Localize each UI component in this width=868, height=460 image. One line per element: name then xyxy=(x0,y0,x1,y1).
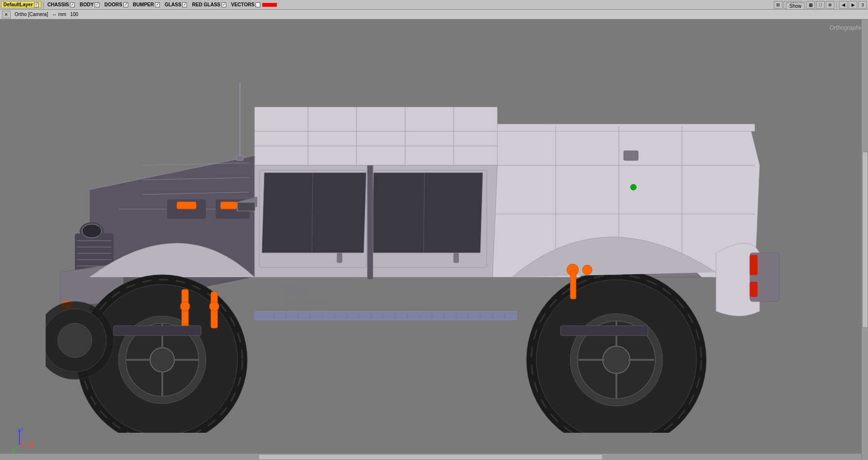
layer-label-bumper: BUMPER xyxy=(133,2,154,7)
svg-rect-106 xyxy=(237,156,243,160)
layer-item-glass[interactable]: GLASS xyxy=(163,1,189,8)
model-viewport[interactable]: .wire { fill: none; stroke: #9a8fa0; str… xyxy=(0,44,868,457)
toolbar-icon-1[interactable]: ⊞ xyxy=(774,1,783,9)
svg-rect-1 xyxy=(493,124,755,131)
layer-item-doors[interactable]: DOORS xyxy=(102,1,130,8)
layer-item-bumper[interactable]: BUMPER xyxy=(131,1,162,8)
svg-rect-108 xyxy=(624,151,638,160)
svg-rect-8 xyxy=(750,255,757,275)
layer-checkbox-chassis[interactable] xyxy=(70,2,75,7)
svg-rect-22 xyxy=(337,253,342,263)
svg-rect-111 xyxy=(561,326,648,336)
svg-point-56 xyxy=(150,348,174,372)
svg-text:Y: Y xyxy=(10,448,13,453)
separator-1 xyxy=(43,1,44,9)
ortho-label: Orthographic xyxy=(830,24,863,31)
layer-label-glass: GLASS xyxy=(165,2,181,7)
svg-rect-110 xyxy=(114,326,201,336)
layer-checkbox-bumper[interactable] xyxy=(155,2,160,7)
svg-point-114 xyxy=(58,323,92,357)
layer-checkbox-glass[interactable] xyxy=(182,2,187,7)
svg-point-65 xyxy=(209,301,219,311)
toolbar-icon-box[interactable]: □ xyxy=(816,1,825,9)
layer-label-chassis: CHASSIS xyxy=(48,2,69,7)
layer-label-doors: DOORS xyxy=(104,2,122,7)
svg-rect-81 xyxy=(255,311,517,320)
svg-rect-80 xyxy=(570,270,576,299)
layer-item-vectors[interactable]: VECTORS xyxy=(229,1,279,8)
axis-svg: Z X Y xyxy=(10,426,36,453)
layer-checkbox-vectors[interactable] xyxy=(255,2,260,7)
layer-label-default: DefaultLayer xyxy=(3,2,33,7)
toolbar-icon-grid[interactable]: ▦ xyxy=(806,1,815,9)
toolbar-icon-maximize[interactable]: ⊕ xyxy=(826,1,834,9)
layer-checkbox-default[interactable] xyxy=(34,2,39,7)
show-button[interactable]: Show xyxy=(786,2,805,10)
axis-indicator: Z X Y xyxy=(10,426,34,450)
svg-marker-10 xyxy=(255,107,497,165)
svg-point-79 xyxy=(582,265,592,275)
layer-label-redglass: RED GLASS xyxy=(192,2,220,7)
scrollbar-thumb-h[interactable] xyxy=(258,454,603,460)
svg-rect-107 xyxy=(238,202,255,211)
svg-rect-36 xyxy=(177,202,196,209)
layer-item-body[interactable]: BODY xyxy=(78,1,102,8)
layer-item-redglass[interactable]: RED GLASS xyxy=(190,1,228,8)
layer-toolbar[interactable]: DefaultLayer CHASSIS BODY DOORS BUMPER G… xyxy=(0,0,868,10)
svg-point-109 xyxy=(630,184,636,190)
svg-text:Z: Z xyxy=(21,427,24,432)
jeep-model-svg: .wire { fill: none; stroke: #9a8fa0; str… xyxy=(46,68,823,433)
scrollbar-vertical[interactable] xyxy=(861,19,868,460)
layer-checkbox-doors[interactable] xyxy=(123,2,128,7)
svg-point-71 xyxy=(603,346,630,373)
view-camera-info: Ortho [Camera] xyxy=(15,12,48,17)
layer-item-default[interactable]: DefaultLayer xyxy=(1,1,41,8)
svg-rect-23 xyxy=(454,253,459,263)
viewport[interactable]: Orthographic .wire { fill: none; stroke:… xyxy=(0,19,868,460)
svg-point-46 xyxy=(82,224,102,238)
svg-point-64 xyxy=(180,301,190,311)
layer-label-vectors: VECTORS xyxy=(231,2,255,7)
separator-right-2 xyxy=(836,1,837,9)
svg-marker-24 xyxy=(262,173,366,253)
svg-text:Jeep: Jeep xyxy=(284,284,308,297)
toolbar-icon-r2[interactable]: ▶ xyxy=(849,1,857,9)
view-toolbar: ✕ Ortho [Camera] ↔ mm 100 xyxy=(0,10,868,19)
scrollbar-horizontal[interactable] xyxy=(0,453,861,460)
view-arrow-info: ↔ mm xyxy=(52,12,66,17)
scrollbar-thumb-v[interactable] xyxy=(862,152,868,328)
svg-marker-25 xyxy=(371,173,483,253)
layer-checkbox-redglass[interactable] xyxy=(221,2,226,7)
svg-text:GLADIATOR: GLADIATOR xyxy=(284,301,333,308)
layer-label-body: BODY xyxy=(80,2,94,7)
svg-text:X: X xyxy=(31,441,34,445)
toolbar-icon-r1[interactable]: ◀ xyxy=(839,1,848,9)
layer-checkbox-body[interactable] xyxy=(95,2,100,7)
svg-rect-37 xyxy=(221,202,238,209)
view-zoom-info: 100 xyxy=(70,12,78,17)
svg-rect-9 xyxy=(750,282,757,297)
layer-item-chassis[interactable]: CHASSIS xyxy=(46,1,77,8)
svg-rect-28 xyxy=(367,165,373,280)
close-view-btn[interactable]: ✕ xyxy=(2,11,11,18)
toolbar-icon-3[interactable]: 3 xyxy=(858,1,867,9)
vectors-red-bar xyxy=(262,3,277,7)
